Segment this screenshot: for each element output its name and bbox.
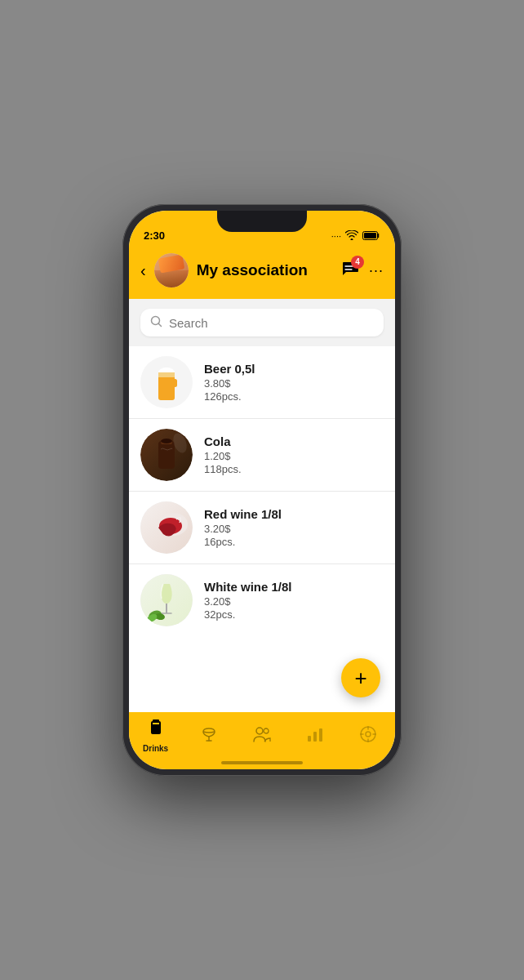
stats-icon [306, 726, 324, 746]
phone-frame: 2:30 ···· [122, 204, 402, 776]
product-qty: 32pcs. [204, 608, 384, 621]
home-indicator [221, 761, 303, 764]
svg-rect-18 [153, 723, 159, 724]
header-actions: 4 ··· [341, 261, 384, 281]
drinks-label: Drinks [143, 744, 168, 753]
fab-container: + [341, 658, 380, 697]
food-icon [200, 725, 218, 747]
back-button[interactable]: ‹ [140, 261, 146, 280]
product-image-cola [140, 429, 193, 481]
product-price: 3.80$ [204, 377, 384, 390]
battery-icon [362, 231, 380, 242]
product-name: Red wine 1/8l [204, 507, 384, 521]
content-area: Beer 0,5l 3.80$ 126pcs. [129, 299, 395, 712]
drinks-icon [147, 719, 165, 741]
signal-icon: ···· [331, 231, 341, 241]
notification-button[interactable]: 4 [341, 261, 359, 281]
app-header: ‹ My association 4 ··· [129, 247, 395, 299]
nav-item-stats[interactable] [295, 726, 335, 746]
product-name: Beer 0,5l [204, 362, 384, 376]
page-title: My association [197, 261, 333, 279]
svg-point-10 [161, 439, 172, 443]
svg-rect-17 [153, 719, 159, 723]
status-icons: ···· [331, 230, 380, 242]
product-info-red-wine: Red wine 1/8l 3.20$ 16pcs. [204, 507, 384, 548]
bottom-navigation: Drinks [129, 712, 395, 769]
nav-item-food[interactable] [189, 725, 229, 747]
phone-screen: 2:30 ···· [129, 211, 395, 769]
list-item[interactable]: White wine 1/8l 3.20$ 32pcs. [129, 564, 395, 636]
settings-icon [359, 725, 377, 747]
svg-rect-21 [308, 736, 311, 742]
search-icon [150, 315, 162, 330]
nav-item-settings[interactable] [348, 725, 389, 747]
add-button[interactable]: + [341, 658, 380, 697]
list-item[interactable]: Cola 1.20$ 118pcs. [129, 419, 395, 492]
avatar[interactable] [154, 253, 189, 287]
product-info-cola: Cola 1.20$ 118pcs. [204, 434, 384, 475]
search-container [129, 299, 395, 346]
wifi-icon [345, 230, 358, 242]
nav-item-drinks[interactable]: Drinks [135, 719, 176, 753]
red-wine-icon [140, 501, 193, 554]
product-info-white-wine: White wine 1/8l 3.20$ 32pcs. [204, 580, 384, 621]
members-icon [252, 726, 272, 746]
white-wine-icon [140, 574, 193, 626]
notch [217, 211, 307, 232]
svg-rect-8 [158, 441, 175, 469]
product-qty: 126pcs. [204, 390, 384, 403]
svg-point-25 [366, 732, 371, 737]
product-qty: 118pcs. [204, 463, 384, 475]
main-content: Beer 0,5l 3.80$ 126pcs. [129, 299, 395, 712]
svg-point-19 [256, 728, 263, 734]
product-image-beer [140, 356, 193, 408]
product-info-beer: Beer 0,5l 3.80$ 126pcs. [204, 362, 384, 403]
product-price: 3.20$ [204, 595, 384, 608]
product-name: Cola [204, 434, 384, 448]
svg-rect-6 [158, 372, 175, 377]
product-image-white-wine [140, 574, 193, 626]
svg-rect-23 [319, 728, 322, 742]
product-name: White wine 1/8l [204, 580, 384, 594]
more-button[interactable]: ··· [369, 262, 384, 279]
product-price: 3.20$ [204, 523, 384, 535]
svg-point-20 [264, 728, 269, 733]
cola-icon [140, 429, 193, 481]
svg-rect-22 [313, 732, 317, 742]
status-time: 2:30 [144, 229, 165, 242]
product-price: 1.20$ [204, 450, 384, 462]
list-item[interactable]: Beer 0,5l 3.80$ 126pcs. [129, 346, 395, 419]
search-input[interactable] [169, 316, 374, 330]
nav-item-members[interactable] [242, 726, 282, 746]
list-item[interactable]: Red wine 1/8l 3.20$ 16pcs. [129, 492, 395, 564]
product-qty: 16pcs. [204, 536, 384, 548]
beer-icon [140, 356, 193, 408]
notification-badge: 4 [351, 256, 364, 269]
product-list: Beer 0,5l 3.80$ 126pcs. [129, 346, 395, 712]
search-box[interactable] [140, 309, 384, 336]
svg-rect-7 [173, 379, 177, 387]
product-image-red-wine [140, 501, 193, 554]
svg-rect-1 [364, 233, 376, 238]
